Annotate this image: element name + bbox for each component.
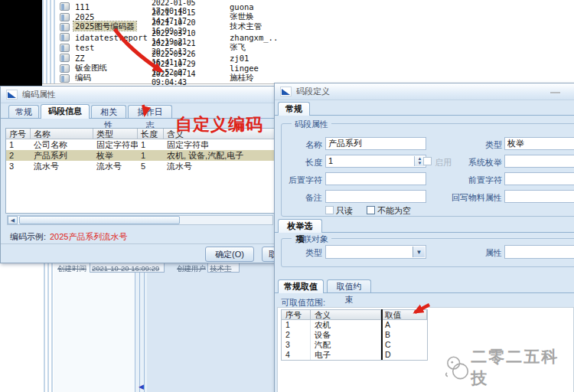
file-row[interactable]: idatatestreport 2022-03-10 14:19:21 zhan… (55, 32, 572, 42)
sys-enum-input[interactable] (504, 155, 574, 168)
watermark: 二零二五科技 (444, 346, 574, 389)
readonly-checkbox[interactable] (325, 206, 334, 214)
file-user: guona (230, 2, 572, 11)
scrollbar-thumb[interactable] (19, 216, 180, 224)
file-date: 2022-04-14 09:04:43 (152, 70, 230, 87)
writeback-input[interactable] (504, 190, 574, 203)
cell-meaning: 设备 (311, 330, 381, 340)
chevron-down-icon[interactable]: ▼ (413, 247, 425, 257)
scroll-left-button[interactable]: ◀ (8, 216, 18, 224)
pane-splitter-top[interactable] (42, 0, 55, 84)
cell-meaning: 农机 (311, 320, 381, 330)
column-divider (381, 309, 383, 360)
cell-meaning: 汽配 (311, 340, 381, 350)
dark-backdrop (0, 0, 42, 86)
file-row[interactable]: 111 2022-01-05 17:00:48 guona (55, 2, 572, 11)
file-user: lingee (230, 64, 572, 73)
document-icon (60, 44, 70, 52)
cell-meaning: 流水号 (164, 161, 276, 172)
cell-type: 流水号 (93, 161, 138, 172)
file-row[interactable]: ZZ 2022-05-26 16:41:17 zj01 (55, 53, 572, 63)
col-header[interactable]: 类型 (93, 129, 138, 139)
notnull-checkbox[interactable] (367, 206, 375, 214)
col-header[interactable]: 含义 (311, 310, 381, 319)
tab-enum-options[interactable]: 枚举选项 (278, 219, 322, 233)
tab-value-constraint[interactable]: 取值约束 (327, 279, 371, 293)
suffix-input[interactable] (325, 172, 426, 185)
background-panel-border (135, 263, 147, 392)
file-row[interactable]: test 2022-08-21 20:55:13 张飞 (55, 43, 572, 53)
value-row[interactable]: 3 汽配 C (282, 340, 427, 350)
file-name[interactable]: test (73, 43, 96, 52)
file-name[interactable]: 111 (73, 2, 91, 11)
tab-relevance[interactable]: 相关性 (91, 105, 126, 119)
file-name[interactable]: 2025图号编码器 (73, 21, 136, 31)
assoc-type-dropdown[interactable]: ▼ (325, 245, 426, 259)
custom-code-annotation: 自定义编码 (175, 113, 263, 136)
length-spinner[interactable]: 1 ▲▼ (325, 155, 426, 168)
created-user-label: 创建用户 (177, 264, 206, 274)
name-label: 名称 (284, 139, 322, 151)
col-header[interactable]: 长度 (138, 129, 164, 139)
enable-checkbox[interactable] (423, 157, 432, 165)
segment-definition-titlebar[interactable]: 码段定义 (275, 83, 574, 100)
remark-input[interactable] (325, 190, 426, 203)
file-row[interactable]: 2025 2021-11-15 14:47:17 张世焕 (55, 11, 572, 21)
value-row[interactable]: 1 农机 A (282, 320, 427, 330)
document-icon (60, 54, 70, 62)
sample-value: 2025产品系列流水号 (50, 231, 127, 243)
type-input[interactable] (504, 137, 574, 150)
tab-op-log[interactable]: 操作日志 (128, 105, 172, 119)
file-name[interactable]: 编码 (73, 73, 93, 82)
file-row-selected[interactable]: 2025图号编码器 2021-10-20 16:09:29 技术主管 (55, 22, 572, 32)
file-row[interactable]: 钣金图纸 2022-10-29 13:52:07 lingee (55, 63, 572, 73)
ok-button[interactable]: 确定(O) (205, 247, 254, 262)
name-input[interactable] (325, 137, 426, 150)
screenshot-root: 创建时间 2021-10-20 16:09:29 创建用户 技术主管 ◀ 111… (0, 0, 574, 392)
cell-seq: 1 (282, 320, 311, 330)
cell-length: 5 (138, 161, 164, 172)
cell-value: D (381, 350, 427, 360)
segment-row[interactable]: 1 公司名称 固定字符串 1 固定字符串 (6, 139, 276, 150)
value-row[interactable]: 4 电子 D (282, 350, 427, 360)
assoc-attr-input[interactable] (504, 245, 574, 259)
created-time-value: 2021-10-20 16:09:29 (92, 264, 159, 273)
cell-name: 产品系列 (31, 150, 93, 161)
tab-general[interactable]: 常规 (278, 102, 310, 116)
col-header[interactable]: 取值 (381, 310, 427, 319)
cell-meaning: 农机, 设备,汽配,电子 (164, 150, 276, 161)
app-logo-icon (6, 90, 18, 100)
col-header[interactable]: 名称 (31, 129, 93, 139)
segment-row[interactable]: 3 流水号 流水号 5 流水号 (6, 161, 276, 172)
horizontal-scrollbar[interactable]: ◀ (7, 215, 273, 225)
cell-meaning: 固定字符串 (164, 139, 276, 150)
value-table-header[interactable]: 序号 含义 取值 (282, 310, 427, 320)
col-header[interactable]: 序号 (282, 310, 311, 319)
value-table: 序号 含义 取值 1 农机 A 2 设备 B 3 汽配 C 4 电子 (281, 309, 428, 361)
created-user-value-box: 技术主管 (207, 263, 240, 273)
scroll-left-icon[interactable]: ◀ (139, 383, 144, 390)
value-row[interactable]: 2 设备 B (282, 330, 427, 340)
tab-general[interactable]: 常规 (8, 105, 39, 119)
file-name[interactable]: idatatestreport (73, 33, 149, 42)
document-icon (60, 2, 70, 11)
notnull-checkbox-label: 不能为空 (377, 205, 411, 217)
pane-splitter-bottom[interactable] (44, 263, 54, 392)
tab-underline (275, 115, 574, 116)
cell-seq: 3 (6, 161, 31, 172)
file-name[interactable]: ZZ (73, 54, 86, 63)
tab-segment-info[interactable]: 码段信息 (41, 104, 90, 119)
background-panel-right (147, 263, 274, 392)
file-name[interactable]: 钣金图纸 (73, 63, 109, 72)
file-name[interactable]: 2025 (73, 12, 96, 21)
dialog-title: 编码属性 (22, 89, 56, 100)
tab-general-values[interactable]: 常规取值 (278, 279, 324, 293)
cell-name: 公司名称 (31, 139, 93, 150)
prefix-input[interactable] (504, 172, 574, 185)
col-header[interactable]: 序号 (6, 129, 31, 139)
coding-properties-titlebar[interactable]: 编码属性 (1, 87, 276, 103)
minimize-icon[interactable] (550, 92, 560, 93)
cell-meaning: 电子 (311, 350, 381, 360)
segment-row-selected[interactable]: 2 产品系列 枚举 1 农机, 设备,汽配,电子 (6, 150, 276, 161)
writeback-label: 回写物料属性 (441, 192, 502, 204)
